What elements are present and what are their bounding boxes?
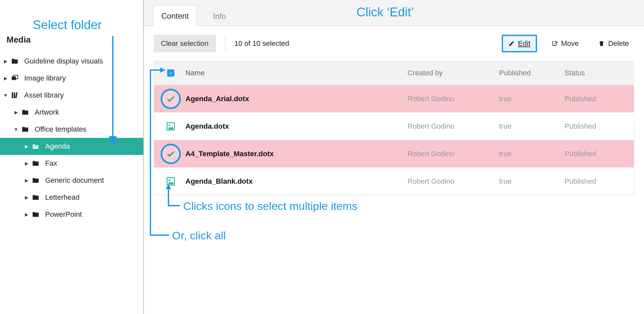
cell-name: Agenda_Arial.dotx <box>185 95 408 103</box>
caret-icon: ▶ <box>24 144 29 149</box>
svg-rect-2 <box>12 92 13 98</box>
sidebar-item-label: Fax <box>45 159 57 168</box>
table-row[interactable]: Agenda.dotxRobert GodinotruePublished <box>154 112 634 140</box>
folder-icon <box>31 177 41 184</box>
svg-rect-4 <box>15 92 17 98</box>
caret-icon: ▶ <box>24 161 29 166</box>
select-all-cell[interactable] <box>156 69 185 77</box>
col-published[interactable]: Published <box>499 69 565 77</box>
sidebar-title: Media <box>0 33 143 53</box>
sidebar-item-label: Agenda <box>45 142 70 151</box>
button-label: Edit <box>518 39 531 48</box>
folder-icon <box>20 126 30 133</box>
sidebar-item-artwork[interactable]: ▶Artwork <box>0 104 143 121</box>
cell-status: Published <box>565 177 630 186</box>
sidebar-item-label: Asset library <box>24 91 64 100</box>
sidebar-item-asset-library[interactable]: ▼Asset library <box>0 87 143 104</box>
delete-button[interactable]: Delete <box>593 36 634 51</box>
caret-icon: ▶ <box>24 212 29 217</box>
cell-name: Agenda_Blank.dotx <box>185 177 408 186</box>
sidebar-item-letterhead[interactable]: ▶Letterhead <box>0 189 143 206</box>
button-label: Clear selection <box>161 39 209 47</box>
caret-icon: ▶ <box>3 59 9 64</box>
tab-content[interactable]: Content <box>153 5 197 26</box>
cell-published: true <box>499 122 565 131</box>
edit-button[interactable]: Edit <box>502 35 537 52</box>
sidebar-item-label: Generic document <box>45 176 104 185</box>
row-select-toggle[interactable] <box>156 176 185 186</box>
row-select-toggle[interactable] <box>156 121 185 131</box>
selection-status: 10 of 10 selected <box>235 39 289 48</box>
caret-icon: ▶ <box>24 195 29 200</box>
cell-status: Published <box>565 122 630 131</box>
sidebar-item-label: Guideline display visuals <box>24 57 103 65</box>
check-icon <box>166 94 175 103</box>
caret-icon: ▶ <box>13 110 19 115</box>
pencil-icon <box>508 40 515 47</box>
svg-rect-3 <box>14 92 15 98</box>
table-row[interactable]: Agenda_Arial.dotxRobert GodinotruePublis… <box>154 85 634 112</box>
table-row[interactable]: Agenda_Blank.dotxRobert GodinotruePublis… <box>154 167 634 195</box>
sidebar-item-fax[interactable]: ▶Fax <box>0 155 143 172</box>
cell-created-by: Robert Godino <box>408 122 499 131</box>
move-icon <box>551 40 558 47</box>
sidebar-item-label: Letterhead <box>45 193 79 202</box>
cell-published: true <box>499 95 565 103</box>
folder-icon <box>31 194 41 201</box>
button-label: Delete <box>608 39 629 48</box>
folder-icon <box>31 211 41 218</box>
svg-point-6 <box>169 124 170 126</box>
cell-created-by: Robert Godino <box>408 177 499 186</box>
file-image-icon <box>166 176 176 186</box>
cell-name: Agenda.dotx <box>185 122 408 131</box>
button-label: Move <box>561 39 579 48</box>
table-header: Name Created by Published Status <box>154 61 634 85</box>
check-icon <box>166 149 175 158</box>
folder-icon <box>31 160 41 167</box>
select-all-checkbox[interactable] <box>167 69 174 77</box>
trash-icon <box>598 40 605 47</box>
cell-published: true <box>499 150 565 158</box>
selected-indicator[interactable] <box>161 89 181 109</box>
sidebar-item-label: Artwork <box>35 108 59 117</box>
sidebar-item-image-library[interactable]: ▶Image library <box>0 70 143 87</box>
cell-name: A4_Template_Master.dotx <box>185 150 408 158</box>
caret-icon: ▶ <box>3 76 9 81</box>
folder-icon <box>10 58 20 65</box>
sidebar-item-label: PowerPoint <box>45 210 82 219</box>
caret-icon: ▶ <box>24 178 29 183</box>
caret-icon: ▼ <box>3 93 9 98</box>
move-button[interactable]: Move <box>546 36 584 51</box>
tab-info[interactable]: Info <box>205 6 234 26</box>
svg-point-8 <box>169 179 170 181</box>
sidebar-item-guideline-display-visuals[interactable]: ▶Guideline display visuals <box>0 53 143 70</box>
table-row[interactable]: A4_Template_Master.dotxRobert Godinotrue… <box>154 140 634 167</box>
cell-status: Published <box>565 150 630 158</box>
tab-label: Content <box>161 11 189 20</box>
folder-tree: ▶Guideline display visuals▶Image library… <box>0 53 143 223</box>
file-image-icon <box>166 121 176 131</box>
sidebar-item-generic-document[interactable]: ▶Generic document <box>0 172 143 189</box>
folder-icon <box>20 109 30 116</box>
col-status[interactable]: Status <box>565 69 630 77</box>
sidebar-item-powerpoint[interactable]: ▶PowerPoint <box>0 206 143 223</box>
sidebar-item-agenda[interactable]: ▶Agenda <box>0 138 143 155</box>
tab-bar: Content Info <box>144 0 644 26</box>
selected-indicator[interactable] <box>161 144 181 164</box>
folder-open-icon <box>31 143 41 150</box>
col-name[interactable]: Name <box>185 69 408 77</box>
cell-status: Published <box>565 95 630 103</box>
cell-published: true <box>499 177 565 186</box>
clear-selection-button[interactable]: Clear selection <box>154 35 216 52</box>
app-root: Media ▶Guideline display visuals▶Image l… <box>0 0 644 314</box>
sidebar: Media ▶Guideline display visuals▶Image l… <box>0 0 144 314</box>
caret-icon: ▼ <box>13 127 19 132</box>
images-icon <box>10 75 20 82</box>
sidebar-item-office-templates[interactable]: ▼Office templates <box>0 121 143 138</box>
content-table: Name Created by Published Status Agenda_… <box>154 61 634 195</box>
main-panel: Content Info Clear selection 10 of 10 se… <box>144 0 644 314</box>
cell-created-by: Robert Godino <box>408 150 499 158</box>
sidebar-item-label: Office templates <box>35 125 87 134</box>
col-created-by[interactable]: Created by <box>408 69 499 77</box>
tab-label: Info <box>213 12 226 21</box>
